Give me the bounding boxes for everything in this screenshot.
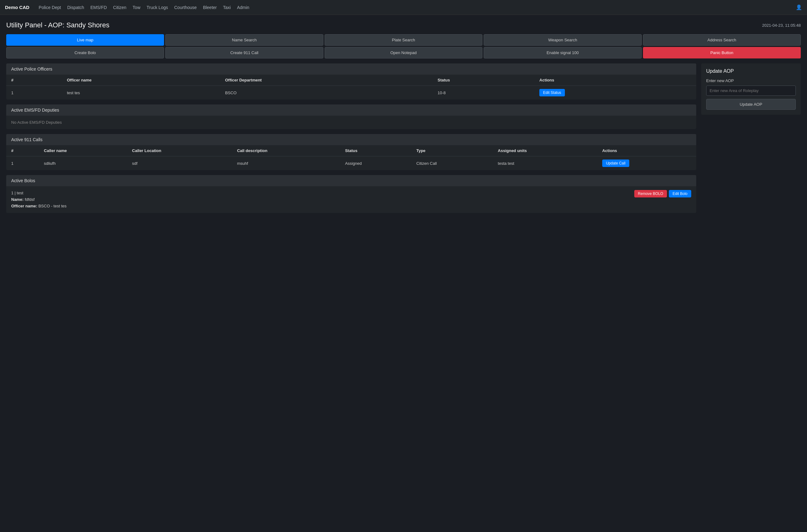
col-officer-name: Officer name xyxy=(62,75,220,86)
active-911-table: # Caller name Caller Location Call descr… xyxy=(6,145,696,170)
col-caller-location: Caller Location xyxy=(127,145,232,156)
active-bolos-card: Active Bolos 1 | test Name: fdfdsf Offic… xyxy=(6,175,696,213)
open-notepad-button[interactable]: Open Notepad xyxy=(325,47,482,58)
col-status: Status xyxy=(433,75,534,86)
edit-status-button[interactable]: Edit Status xyxy=(539,89,565,96)
assigned-units: testa test xyxy=(493,156,597,170)
col-call-desc: Call description xyxy=(232,145,340,156)
list-item: 1 | test Name: fdfdsf Officer name: BSCO… xyxy=(6,186,696,213)
two-col-layout: Active Police Officers # Officer name Of… xyxy=(6,63,801,218)
right-column: Update AOP Enter new AOP Update AOP xyxy=(701,63,801,115)
bolo-row: 1 | test Name: fdfdsf Officer name: BSCO… xyxy=(11,190,691,209)
col-num: # xyxy=(6,75,62,86)
col-actions: Actions xyxy=(534,75,696,86)
caller-name: sdliufh xyxy=(39,156,127,170)
col-call-status: Status xyxy=(340,145,411,156)
nav-tow[interactable]: Tow xyxy=(129,0,144,15)
remove-bolo-button[interactable]: Remove BOLO xyxy=(634,190,667,197)
col-call-num: # xyxy=(6,145,39,156)
active-911-header: Active 911 Calls xyxy=(6,134,696,145)
active-officers-table: # Officer name Officer Department Status… xyxy=(6,75,696,99)
page-title: Utility Panel - AOP: Sandy Shores xyxy=(6,21,109,29)
active-officers-card: Active Police Officers # Officer name Of… xyxy=(6,63,696,99)
address-search-button[interactable]: Address Search xyxy=(643,34,801,46)
create-911-button[interactable]: Create 911 Call xyxy=(165,47,323,58)
bolo-content: 1 | test Name: fdfdsf Officer name: BSCO… xyxy=(11,190,67,209)
update-aop-button[interactable]: Update AOP xyxy=(706,99,796,110)
col-officer-dept: Officer Department xyxy=(220,75,433,86)
officer-num: 1 xyxy=(6,86,62,100)
col-call-type: Type xyxy=(411,145,493,156)
aop-label: Enter new AOP xyxy=(706,78,796,83)
bolo-name-value: fdfdsf xyxy=(24,197,35,202)
plate-search-button[interactable]: Plate Search xyxy=(325,34,482,46)
caller-location: sdf xyxy=(127,156,232,170)
nav-taxi[interactable]: Taxi xyxy=(220,0,234,15)
call-num: 1 xyxy=(6,156,39,170)
header-row: Utility Panel - AOP: Sandy Shores 2021-0… xyxy=(6,21,801,29)
officer-name: test tes xyxy=(62,86,220,100)
aop-title: Update AOP xyxy=(706,69,796,74)
active-ems-card: Active EMS/FD Deputies No Active EMS/FD … xyxy=(6,104,696,129)
navbar: Demo CAD Police Dept Dispatch EMS/FD Cit… xyxy=(0,0,807,15)
call-actions: Update Call xyxy=(597,156,696,170)
officer-status: 10-8 xyxy=(433,86,534,100)
officer-actions: Edit Status xyxy=(534,86,696,100)
active-officers-header: Active Police Officers xyxy=(6,63,696,75)
nav-truck-logs[interactable]: Truck Logs xyxy=(144,0,171,15)
update-aop-panel: Update AOP Enter new AOP Update AOP xyxy=(701,63,801,115)
table-row: 1 sdliufh sdf msuhf Assigned Citizen Cal… xyxy=(6,156,696,170)
no-ems-text: No Active EMS/FD Deputies xyxy=(6,116,696,129)
call-status: Assigned xyxy=(340,156,411,170)
call-type: Citizen Call xyxy=(411,156,493,170)
nav-bleeter[interactable]: Bleeter xyxy=(200,0,220,15)
col-caller-name: Caller name xyxy=(39,145,127,156)
active-911-card: Active 911 Calls # Caller name Caller Lo… xyxy=(6,134,696,170)
officers-table-header-row: # Officer name Officer Department Status… xyxy=(6,75,696,86)
bolo-num-title: 1 | test xyxy=(11,191,23,195)
create-bolo-button[interactable]: Create Bolo xyxy=(6,47,164,58)
bolo-actions: Remove BOLO Edit Bolo xyxy=(634,190,691,197)
update-call-button[interactable]: Update Call xyxy=(602,159,629,167)
weapon-search-button[interactable]: Weapon Search xyxy=(484,34,641,46)
main-content: Utility Panel - AOP: Sandy Shores 2021-0… xyxy=(0,15,807,224)
calls-table-header-row: # Caller name Caller Location Call descr… xyxy=(6,145,696,156)
timestamp: 2021-04-23, 11:05:48 xyxy=(762,23,801,28)
col-assigned-units: Assigned units xyxy=(493,145,597,156)
nav-admin[interactable]: Admin xyxy=(234,0,252,15)
enable-signal-button[interactable]: Enable signal 100 xyxy=(484,47,641,58)
bolo-officer-value: BSCO - test tes xyxy=(38,204,66,208)
nav-dispatch[interactable]: Dispatch xyxy=(64,0,87,15)
name-search-button[interactable]: Name Search xyxy=(165,34,323,46)
officer-dept: BSCO xyxy=(220,86,433,100)
app-brand: Demo CAD xyxy=(5,5,29,10)
col-call-actions: Actions xyxy=(597,145,696,156)
live-map-button[interactable]: Live map xyxy=(6,34,164,46)
active-ems-header: Active EMS/FD Deputies xyxy=(6,104,696,116)
left-column: Active Police Officers # Officer name Of… xyxy=(6,63,696,218)
edit-bolo-button[interactable]: Edit Bolo xyxy=(669,190,691,197)
call-description: msuhf xyxy=(232,156,340,170)
bolo-name-label: Name: xyxy=(11,197,24,202)
aop-input[interactable] xyxy=(706,86,796,96)
nav-courthouse[interactable]: Courthouse xyxy=(171,0,200,15)
user-icon[interactable]: 👤 xyxy=(796,4,802,10)
button-grid: Live map Name Search Plate Search Weapon… xyxy=(6,34,801,58)
nav-ems-fd[interactable]: EMS/FD xyxy=(87,0,110,15)
nav-police-dept[interactable]: Police Dept xyxy=(36,0,64,15)
table-row: 1 test tes BSCO 10-8 Edit Status xyxy=(6,86,696,100)
bolo-officer-label: Officer name: xyxy=(11,204,37,208)
nav-citizen[interactable]: Citizen xyxy=(110,0,129,15)
active-bolos-header: Active Bolos xyxy=(6,175,696,186)
panic-button[interactable]: Panic Button xyxy=(643,47,801,58)
